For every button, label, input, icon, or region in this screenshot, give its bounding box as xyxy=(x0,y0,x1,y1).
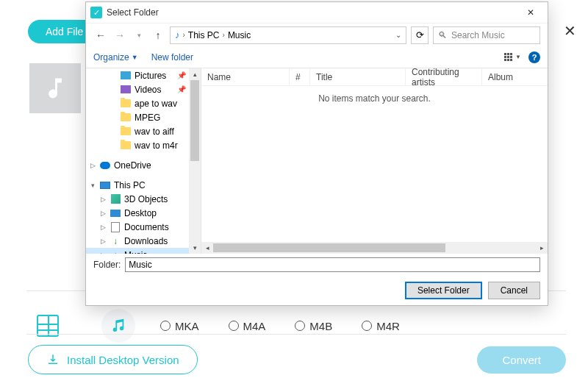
cancel-button[interactable]: Cancel xyxy=(488,282,540,299)
chevron-down-icon: ▼ xyxy=(515,54,521,60)
scroll-left-icon[interactable]: ◂ xyxy=(201,244,213,251)
col-title[interactable]: Title xyxy=(310,68,406,85)
col-artists[interactable]: Contributing artists xyxy=(406,68,482,85)
scroll-up-icon[interactable]: ▴ xyxy=(193,68,197,80)
refresh-button[interactable]: ⟳ xyxy=(411,26,429,44)
col-album[interactable]: Album xyxy=(482,68,548,85)
column-headers: Name # Title Contributing artists Album xyxy=(201,68,548,86)
format-option-mka[interactable]: MKA xyxy=(160,320,199,332)
divider xyxy=(26,334,566,335)
chevron-down-icon: ▼ xyxy=(132,54,138,61)
nav-recent-dropdown[interactable]: ▾ xyxy=(132,32,146,39)
address-dropdown-icon[interactable]: ⌄ xyxy=(395,31,401,39)
tree-item-folder[interactable]: ape to wav xyxy=(86,96,201,110)
tree-scrollbar[interactable]: ▴ ▾ xyxy=(189,68,201,254)
list-h-scrollbar[interactable]: ◂ ▸ xyxy=(201,242,548,254)
app-close-icon[interactable]: ✕ xyxy=(564,22,576,40)
breadcrumb-root[interactable]: This PC xyxy=(188,30,220,40)
search-placeholder: Search Music xyxy=(451,30,505,40)
download-icon xyxy=(46,353,60,366)
view-grid-icon xyxy=(504,53,512,61)
view-options-button[interactable]: ▼ xyxy=(504,53,521,61)
install-label: Install Desktop Version xyxy=(67,354,179,366)
help-icon[interactable]: ? xyxy=(528,51,540,63)
chevron-right-icon: › xyxy=(183,31,185,39)
music-icon: ♪ xyxy=(113,249,118,254)
empty-message: No items match your search. xyxy=(201,93,548,104)
organize-menu[interactable]: Organize▼ xyxy=(93,52,138,63)
collapse-icon[interactable]: ▾ xyxy=(89,182,96,189)
music-note-icon xyxy=(42,75,68,101)
folder-name-input[interactable] xyxy=(125,257,540,272)
radio-icon xyxy=(229,321,239,331)
nav-forward-button[interactable]: → xyxy=(112,29,127,41)
music-icon: ♪ xyxy=(175,29,180,40)
nav-back-button[interactable]: ← xyxy=(93,29,108,41)
folder-tree[interactable]: Pictures📌 Videos📌 ape to wav MPEG wav to… xyxy=(86,68,201,254)
pin-icon: 📌 xyxy=(177,71,186,79)
format-label: MKA xyxy=(175,320,199,332)
search-input[interactable]: 🔍︎ Search Music xyxy=(433,26,540,44)
install-desktop-button[interactable]: Install Desktop Version xyxy=(28,345,198,374)
tree-item-folder[interactable]: MPEG xyxy=(86,110,201,124)
radio-icon xyxy=(362,321,372,331)
tree-item-desktop[interactable]: ▷Desktop xyxy=(86,206,201,220)
format-label: M4B xyxy=(309,320,332,332)
folder-label: Folder: xyxy=(93,260,121,270)
double-note-icon xyxy=(110,318,126,334)
format-label: M4R xyxy=(376,320,400,332)
app-logo-icon xyxy=(90,7,102,18)
breadcrumb-current[interactable]: Music xyxy=(228,30,251,40)
audio-tab-icon[interactable] xyxy=(101,309,135,343)
tree-item-documents[interactable]: ▷Documents xyxy=(86,220,201,234)
col-num[interactable]: # xyxy=(290,68,310,85)
chevron-right-icon: › xyxy=(223,31,225,39)
tree-item-folder[interactable]: wav to aiff xyxy=(86,124,201,138)
format-option-m4a[interactable]: M4A xyxy=(229,320,266,332)
pin-icon: 📌 xyxy=(177,85,186,93)
tree-item-this-pc[interactable]: ▾This PC xyxy=(86,178,201,192)
col-name[interactable]: Name xyxy=(201,68,290,85)
format-option-m4b[interactable]: M4B xyxy=(295,320,332,332)
media-thumbnail xyxy=(29,63,81,113)
pc-icon xyxy=(100,182,110,189)
tree-item-3d-objects[interactable]: ▷3D Objects xyxy=(86,192,201,206)
tree-item-folder[interactable]: wav to m4r xyxy=(86,138,201,152)
tree-item-onedrive[interactable]: ▷OneDrive xyxy=(86,158,201,172)
format-option-m4r[interactable]: M4R xyxy=(362,320,400,332)
dialog-close-button[interactable]: ✕ xyxy=(518,6,543,19)
convert-button[interactable]: Convert xyxy=(477,346,566,374)
dialog-title: Select Folder xyxy=(107,7,159,18)
address-bar[interactable]: ♪ › This PC › Music ⌄ xyxy=(170,26,406,44)
tree-item-videos[interactable]: Videos📌 xyxy=(86,82,201,96)
tree-item-pictures[interactable]: Pictures📌 xyxy=(86,68,201,82)
search-icon: 🔍︎ xyxy=(438,30,447,40)
nav-up-button[interactable]: ↑ xyxy=(151,29,165,41)
select-folder-button[interactable]: Select Folder xyxy=(405,282,482,299)
expand-icon[interactable]: ▷ xyxy=(89,162,96,169)
tree-item-music[interactable]: ▷♪Music xyxy=(86,248,201,254)
cloud-icon xyxy=(100,162,110,169)
new-folder-button[interactable]: New folder xyxy=(151,52,193,63)
scrollbar-thumb[interactable] xyxy=(190,80,199,161)
radio-icon xyxy=(160,321,171,331)
format-label: M4A xyxy=(243,320,266,332)
select-folder-dialog: Select Folder ✕ ← → ▾ ↑ ♪ › This PC › Mu… xyxy=(85,1,548,306)
radio-icon xyxy=(295,321,305,331)
tree-item-downloads[interactable]: ▷↓Downloads xyxy=(86,234,201,248)
scroll-down-icon[interactable]: ▾ xyxy=(193,242,197,254)
scrollbar-thumb[interactable] xyxy=(213,243,445,252)
scroll-right-icon[interactable]: ▸ xyxy=(536,244,548,251)
